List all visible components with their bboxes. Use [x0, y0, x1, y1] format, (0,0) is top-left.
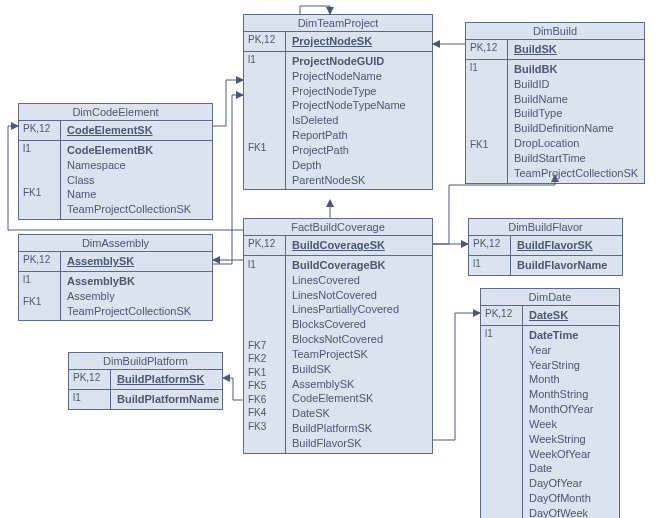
- sec-key: l1: [69, 390, 111, 409]
- entity-title: FactBuildCoverage: [244, 219, 432, 236]
- sec-fields: BuildCoverageBK LinesCovered LinesNotCov…: [286, 256, 432, 453]
- entity-dimcodeelement: DimCodeElement PK,12 CodeElementSK l1 FK…: [18, 103, 213, 220]
- pk-key: PK,12: [69, 370, 111, 389]
- pk-key: PK,12: [244, 32, 286, 51]
- sec-keycol: l1 FK1: [244, 52, 286, 190]
- sec-keycol: l1 FK1: [19, 272, 61, 321]
- entity-title: DimBuildPlatform: [69, 353, 222, 370]
- pk-key: PK,12: [469, 236, 511, 255]
- pk-key: PK,12: [481, 306, 523, 325]
- pk-key: PK,12: [19, 252, 61, 271]
- sec-fields: ProjectNodeGUID ProjectNodeName ProjectN…: [286, 52, 432, 190]
- pk-key: PK,12: [19, 121, 61, 140]
- entity-dimassembly: DimAssembly PK,12 AssemblySK l1 FK1 Asse…: [18, 234, 213, 321]
- entity-title: DimCodeElement: [19, 104, 212, 121]
- pk-field: BuildPlatformSK: [111, 370, 222, 389]
- sec-keycol: l1 FK1: [466, 60, 508, 183]
- entity-title: DimBuildFlavor: [469, 219, 622, 236]
- sec-fields: BuildBK BuildID BuildName BuildType Buil…: [508, 60, 644, 183]
- entity-dimbuildflavor: DimBuildFlavor PK,12 BuildFlavorSK l1 Bu…: [468, 218, 623, 276]
- sec-fields: DateTime Year YearString Month MonthStri…: [523, 326, 619, 518]
- pk-field: DateSK: [523, 306, 619, 325]
- sec-fields: CodeElementBK Namespace Class Name TeamP…: [61, 141, 212, 219]
- entity-dimbuildplatform: DimBuildPlatform PK,12 BuildPlatformSK l…: [68, 352, 223, 410]
- pk-field: AssemblySK: [61, 252, 212, 271]
- sec-keycol: l1 FK1: [19, 141, 61, 219]
- entity-title: DimTeamProject: [244, 15, 432, 32]
- sec-key: l1: [481, 326, 523, 518]
- pk-field: ProjectNodeSK: [286, 32, 432, 51]
- entity-dimteamproject: DimTeamProject PK,12 ProjectNodeSK l1 FK…: [243, 14, 433, 190]
- sec-field: BuildFlavorName: [511, 256, 622, 275]
- sec-fields: AssemblyBK Assembly TeamProjectCollectio…: [61, 272, 212, 321]
- entity-title: DimAssembly: [19, 235, 212, 252]
- sec-key: l1: [469, 256, 511, 275]
- entity-title: DimDate: [481, 289, 619, 306]
- pk-field: BuildCoverageSK: [286, 236, 432, 255]
- pk-key: PK,12: [244, 236, 286, 255]
- entity-title: DimBuild: [466, 23, 644, 40]
- entity-factbuildcoverage: FactBuildCoverage PK,12 BuildCoverageSK …: [243, 218, 433, 454]
- pk-field: BuildFlavorSK: [511, 236, 622, 255]
- sec-keycol: l1 FK7 FK2 FK1 FK5 FK6 FK4 FK3: [244, 256, 286, 453]
- pk-key: PK,12: [466, 40, 508, 59]
- sec-field: BuildPlatformName: [111, 390, 225, 409]
- entity-dimdate: DimDate PK,12 DateSK l1 DateTime Year Ye…: [480, 288, 620, 518]
- pk-field: BuildSK: [508, 40, 644, 59]
- entity-dimbuild: DimBuild PK,12 BuildSK l1 FK1 BuildBK Bu…: [465, 22, 645, 184]
- pk-field: CodeElementSK: [61, 121, 212, 140]
